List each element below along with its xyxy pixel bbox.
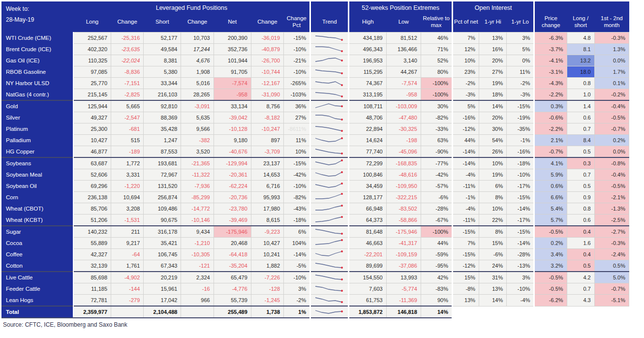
cell: 3% <box>284 283 310 295</box>
cell: 4.8 <box>567 32 594 44</box>
cell: -958 <box>386 89 421 101</box>
cell: -45,096 <box>386 146 421 158</box>
trend-sparkline <box>314 193 345 202</box>
cell: 8% <box>479 192 507 203</box>
cell: 7% <box>453 238 479 249</box>
cell: -144 <box>111 283 144 295</box>
row-label-ny-harbor-ulsd: NY Harbor ULSD <box>1 78 73 89</box>
cell: -85,299 <box>181 192 214 203</box>
trend-cell <box>310 203 349 215</box>
trend-sparkline <box>314 307 345 316</box>
cell: 20% <box>479 55 507 66</box>
cell: 72,299 <box>349 157 386 169</box>
cell: -14,772 <box>181 203 214 215</box>
cell: 52,177 <box>144 32 181 44</box>
cell: -64,418 <box>214 249 251 260</box>
cell: 0.6 <box>567 215 594 226</box>
cell <box>507 306 534 318</box>
cell: 434,189 <box>349 32 386 44</box>
col-header-long: Long <box>73 13 111 32</box>
cell: -15% <box>284 157 310 169</box>
table-body: WTI Crude (CME)252,567-25,31652,17710,70… <box>1 32 629 318</box>
cell: 196,953 <box>349 55 386 66</box>
cell: 10,427 <box>251 238 283 249</box>
cell: 1,738 <box>251 306 283 318</box>
cell: -6.3% <box>534 32 567 44</box>
cell: 104% <box>284 238 310 249</box>
group-header-open-interest: Open Interest <box>453 1 534 13</box>
cell: 0.3% <box>534 100 567 112</box>
cell: 89,699 <box>349 260 386 272</box>
cell: -10,128 <box>214 123 251 135</box>
cell: 19% <box>479 78 507 89</box>
cell: -14% <box>453 157 479 169</box>
commodity-positions-report: Week to: 28-May-19 Leveraged Fund Positi… <box>0 0 644 332</box>
cell: 125,944 <box>73 100 111 112</box>
cell: 30% <box>479 123 507 135</box>
cell: 10,703 <box>181 32 214 44</box>
cell: 74,367 <box>349 78 386 89</box>
table-row: Wheat (CBOT)85,7063,208109,486-14,772-23… <box>1 203 629 215</box>
cell: 81,512 <box>386 32 421 44</box>
cell: -189 <box>111 146 144 158</box>
cell: 13% <box>479 32 507 44</box>
cell: -18% <box>284 215 310 226</box>
row-label-soybean-meal: Soybean Meal <box>1 169 73 181</box>
week-to-label: Week to: <box>6 3 73 14</box>
cell: -39,469 <box>214 215 251 226</box>
cell: 0.5 <box>567 146 594 158</box>
trend-sparkline <box>314 273 345 282</box>
cell: 17,980 <box>251 203 283 215</box>
cell: 22,894 <box>349 123 386 135</box>
cell: 46,877 <box>73 146 111 158</box>
trend-sparkline <box>314 136 345 145</box>
cell: -14% <box>507 238 534 249</box>
trend-cell <box>310 249 349 260</box>
cell: 33,344 <box>144 78 181 89</box>
cell: -1% <box>507 135 534 146</box>
row-label-silver: Silver <box>1 112 73 123</box>
row-label-brent-crude-ice: Brent Crude (ICE) <box>1 44 73 55</box>
cell: -67% <box>421 215 452 226</box>
cell: -59% <box>421 249 452 260</box>
cell: -1,531 <box>111 215 144 226</box>
cell: -0.4% <box>594 100 629 112</box>
cell: 97,085 <box>73 66 111 78</box>
cell: -42% <box>421 169 452 181</box>
cell: 5,380 <box>144 66 181 78</box>
col-header-change-pct: Change Pct <box>284 13 310 32</box>
cell: 0.1% <box>594 78 629 89</box>
cell <box>453 306 479 318</box>
cell: -0.3% <box>594 238 629 249</box>
row-label-corn: Corn <box>1 192 73 203</box>
col-header-low: Low <box>386 13 421 32</box>
cell: 5.0% <box>594 272 629 283</box>
cell: -25,316 <box>111 32 144 44</box>
cell: 13% <box>479 283 507 295</box>
cell: 200,390 <box>214 32 251 44</box>
cell: 154,550 <box>349 272 386 283</box>
row-label-coffee: Coffee <box>1 249 73 260</box>
cell: -7,226 <box>251 272 283 283</box>
source-note: Source: CFTC, ICE, Bloomberg and Saxo Ba… <box>1 318 644 332</box>
trend-cell <box>310 112 349 123</box>
cell: 46,663 <box>349 238 386 249</box>
cell: 0.5% <box>594 260 629 272</box>
cell: 140,232 <box>73 226 111 238</box>
cell: 2.1% <box>534 135 567 146</box>
cell: 12% <box>453 44 479 55</box>
cell: 6% <box>479 181 507 192</box>
cell: 92,810 <box>144 100 181 112</box>
cell: -100% <box>421 226 452 238</box>
cell: 1.4 <box>567 100 594 112</box>
cell: 52,606 <box>73 169 111 181</box>
trend-sparkline <box>314 284 345 293</box>
week-date: 28-May-19 <box>6 14 73 25</box>
cell: 402,320 <box>73 44 111 55</box>
cell: -58,866 <box>386 215 421 226</box>
cell: -8,836 <box>111 66 144 78</box>
trend-sparkline <box>314 124 345 133</box>
cell: -23,635 <box>111 44 144 55</box>
cell: 69,296 <box>73 181 111 192</box>
cell: -40,676 <box>214 146 251 158</box>
